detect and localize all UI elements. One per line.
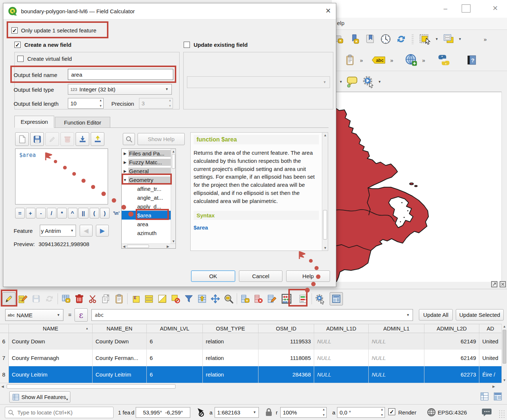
cell-name[interactable]: County Fermanagh [9, 350, 93, 366]
scroll-down-icon[interactable]: ▼ [171, 239, 176, 244]
delete-field-icon[interactable] [252, 292, 265, 305]
edit-field-icon[interactable] [265, 292, 278, 305]
filter-features-icon[interactable] [182, 292, 195, 305]
mouse-extent-toggle-icon[interactable] [195, 407, 205, 417]
operator-equals[interactable]: = [15, 208, 25, 218]
previous-feature-button[interactable]: ◀ [80, 225, 93, 237]
select-all-icon[interactable] [142, 292, 156, 305]
cell-admin-l2d[interactable]: 62149 [424, 333, 479, 350]
dock-table-icon[interactable] [330, 292, 343, 305]
cell-osm-id[interactable]: 1119533 [258, 333, 314, 350]
row-number[interactable]: 6 [0, 333, 9, 350]
new-spatial-bookmark-icon[interactable]: ✶ [348, 32, 361, 46]
coordinate-box[interactable]: 53,995° -6,259° [136, 407, 190, 418]
operator-power[interactable]: ^ [68, 208, 77, 218]
paste-clipboard-icon[interactable] [344, 53, 357, 67]
cell-osm-id[interactable]: 1118085 [258, 350, 314, 366]
tree-vscroll-thumb[interactable] [172, 154, 175, 169]
lock-scale-icon[interactable] [265, 408, 273, 417]
tree-fn-angle[interactable]: angle_at... [122, 193, 171, 202]
operator-plus[interactable]: + [26, 208, 35, 218]
select-features-icon[interactable] [417, 32, 433, 46]
close-panel-icon[interactable] [499, 281, 506, 288]
spin-arrows[interactable]: ▲▼ [381, 408, 383, 417]
operator-close-paren[interactable]: ) [100, 208, 110, 218]
copy-features-icon[interactable] [99, 292, 112, 305]
vscroll-thumb[interactable] [503, 330, 506, 364]
tab-expression[interactable]: Expression [14, 116, 54, 128]
actions-dropdown[interactable]: ▼ [378, 80, 381, 84]
header-ad-clipped[interactable]: AD [479, 324, 501, 333]
toolbar-overflow-chevron[interactable]: » [484, 36, 487, 42]
tree-group-fuzzy[interactable]: ▶Fuzzy Matc... [122, 158, 171, 167]
paste-features-icon[interactable] [112, 292, 126, 305]
tree-vscrollbar[interactable]: ▲ ▼ [171, 149, 176, 244]
cell-name-en[interactable]: County Leitrim [93, 366, 147, 383]
delete-expression-button[interactable] [60, 132, 74, 146]
add-wms-globe-icon[interactable] [403, 53, 419, 67]
create-virtual-checkbox[interactable] [17, 56, 24, 62]
ok-button[interactable]: OK [191, 270, 235, 282]
cell-admin-l1[interactable]: NULL [369, 350, 424, 366]
header-name-en[interactable]: NAME_EN [93, 324, 147, 333]
spin-arrows[interactable]: ▲▼ [322, 408, 325, 417]
cancel-button[interactable]: Cancel [239, 270, 282, 282]
invert-selection-icon[interactable] [156, 292, 169, 305]
help-button[interactable]: Help [286, 270, 330, 282]
header-osm-type[interactable]: OSM_TYPE [203, 324, 258, 333]
expression-editor[interactable]: $area [15, 148, 108, 204]
resize-grip[interactable] [499, 410, 505, 418]
select-by-form-icon[interactable] [441, 32, 456, 46]
output-field-length-spin[interactable]: 10 ▲▼ [68, 98, 104, 109]
cell-ad[interactable]: Éire / [479, 366, 501, 383]
update-existing-row[interactable]: Update existing field [184, 42, 248, 48]
dialog-titlebar[interactable]: boundary-polygon-land-lvl6 — Field Calcu… [3, 3, 336, 20]
update-all-button[interactable]: Update All [419, 309, 453, 321]
table-hscrollbar[interactable]: ◀ ▶ [0, 383, 501, 389]
cell-admin-l2d[interactable]: 62149 [424, 350, 479, 366]
refresh-map-icon[interactable] [395, 32, 408, 46]
cell-name-en[interactable]: County Ferman... [93, 350, 147, 366]
output-field-type-combo[interactable]: 123 Integer (32 bit) ▼ [68, 84, 172, 95]
cell-name-en[interactable]: County Down [93, 333, 147, 350]
temporal-controller-icon[interactable] [379, 32, 392, 46]
quick-expression-input[interactable]: abc ▼ [91, 309, 413, 321]
locate-input[interactable] [17, 409, 103, 416]
reload-table-icon[interactable] [43, 292, 56, 305]
existing-field-combo[interactable]: ▼ [187, 76, 330, 88]
scroll-left-icon[interactable]: ◀ [122, 244, 126, 249]
cell-admin-l1d[interactable]: NULL [314, 333, 369, 350]
spin-arrows[interactable]: ▲▼ [169, 99, 171, 108]
operator-concat[interactable]: || [78, 208, 88, 218]
create-new-field-row[interactable]: ✓ Create a new field [14, 42, 72, 48]
pan-to-selection-icon[interactable] [209, 292, 222, 305]
save-expression-button[interactable] [30, 132, 44, 146]
precision-spin[interactable]: 3 ▲▼ [139, 98, 173, 109]
scroll-up-icon[interactable]: ▲ [171, 149, 176, 154]
header-admin-l2d[interactable]: ADMIN_L2D [424, 324, 479, 333]
tree-hscroll-thumb[interactable] [127, 245, 149, 248]
function-tree[interactable]: ▶Files and Pa... ▶Fuzzy Matc... ▶General… [121, 148, 176, 249]
table-row[interactable]: 7 County Fermanagh County Ferman... 6 re… [0, 350, 501, 367]
cell-osm-id[interactable]: 284368 [258, 366, 314, 383]
scroll-down-icon[interactable]: ▼ [322, 245, 328, 251]
spin-arrows[interactable]: ▲▼ [99, 99, 102, 108]
float-panel-icon[interactable] [491, 281, 498, 288]
import-expression-button[interactable] [76, 132, 89, 146]
overflow-chevron[interactable]: » [390, 57, 393, 63]
edit-expression-button[interactable] [45, 132, 59, 146]
save-edits-icon[interactable] [29, 292, 43, 305]
magnifier-spinbox[interactable]: 100% ▲▼ [280, 407, 327, 418]
maximize-button[interactable] [462, 4, 470, 13]
run-feature-action-icon[interactable] [362, 75, 375, 88]
cell-admin-lvl[interactable]: 6 [147, 366, 203, 383]
messages-bubble-icon[interactable] [482, 407, 492, 417]
new-expression-button[interactable] [15, 132, 29, 146]
help-contents-icon[interactable]: ? [465, 53, 478, 67]
cell-ad[interactable]: United [479, 333, 501, 350]
expand-icon[interactable]: ▶ [122, 151, 128, 155]
help-vscrollbar[interactable]: ▲ ▼ [322, 133, 328, 251]
update-existing-checkbox[interactable] [184, 42, 190, 48]
toolbar-dropdown[interactable]: ▼ [339, 80, 343, 84]
render-checkbox[interactable]: ✓ [388, 408, 395, 415]
